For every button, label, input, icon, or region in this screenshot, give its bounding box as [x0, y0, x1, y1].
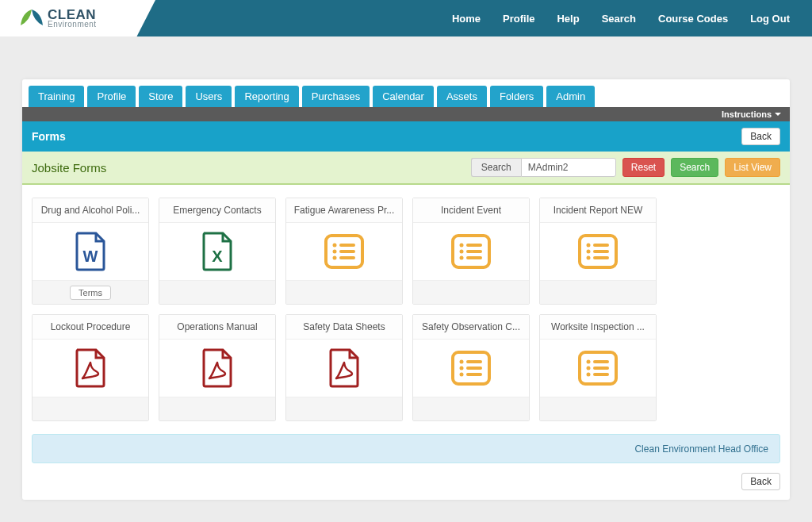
- form-card-footer: [33, 397, 148, 420]
- form-card-title: Operations Manual: [159, 315, 275, 340]
- form-card-footer: [286, 397, 402, 420]
- form-card[interactable]: Drug and Alcohol Poli... W Terms: [32, 198, 149, 305]
- list-file-icon: [413, 340, 529, 397]
- form-card-title: Incident Report NEW: [540, 198, 656, 223]
- nav-profile[interactable]: Profile: [503, 13, 534, 25]
- svg-point-19: [587, 250, 591, 254]
- tab-reporting[interactable]: Reporting: [235, 86, 298, 107]
- tab-calendar[interactable]: Calendar: [373, 86, 434, 107]
- form-card-footer: [413, 280, 529, 304]
- form-card-title: Lockout Procedure: [33, 315, 148, 340]
- svg-point-35: [587, 373, 591, 377]
- form-card-footer: [413, 397, 529, 420]
- svg-rect-27: [466, 367, 482, 370]
- list-file-icon: [540, 223, 656, 280]
- form-card-title: Drug and Alcohol Poli...: [33, 198, 148, 223]
- tab-users[interactable]: Users: [186, 86, 232, 107]
- pdf-file-icon: [159, 340, 275, 397]
- reset-button[interactable]: Reset: [622, 158, 665, 177]
- form-card-title: Incident Event: [413, 198, 529, 223]
- listview-button[interactable]: List View: [725, 158, 780, 177]
- section-title: Forms: [32, 130, 66, 143]
- nav-logout[interactable]: Log Out: [750, 13, 790, 25]
- instructions-toggle[interactable]: Instructions: [22, 107, 790, 121]
- cards-grid: Drug and Alcohol Poli... W TermsEmergenc…: [22, 185, 790, 424]
- search-label: Search: [471, 158, 521, 177]
- svg-point-21: [587, 256, 591, 260]
- svg-point-26: [460, 367, 464, 370]
- svg-rect-15: [466, 256, 482, 259]
- pdf-file-icon: [286, 340, 402, 397]
- svg-rect-34: [593, 367, 609, 370]
- svg-text:W: W: [83, 248, 98, 265]
- form-card-footer: [540, 280, 656, 304]
- search-group: Search: [471, 158, 616, 177]
- leaf-icon: [21, 10, 43, 27]
- tab-purchases[interactable]: Purchases: [302, 86, 370, 107]
- svg-rect-22: [593, 256, 609, 259]
- svg-point-10: [460, 244, 464, 248]
- tab-admin[interactable]: Admin: [546, 86, 595, 107]
- breadcrumb-link[interactable]: Clean Environment Head Office: [634, 443, 768, 455]
- svg-point-5: [333, 250, 337, 254]
- search-input[interactable]: [521, 158, 616, 177]
- instructions-label: Instructions: [722, 109, 772, 119]
- form-card-title: Safety Data Sheets: [286, 315, 402, 340]
- form-card[interactable]: Incident Report NEW: [539, 198, 657, 305]
- svg-rect-32: [593, 360, 609, 363]
- form-card[interactable]: Fatigue Awareness Pr...: [285, 198, 403, 305]
- nav-course-codes[interactable]: Course Codes: [658, 13, 728, 25]
- svg-text:X: X: [212, 248, 223, 265]
- filter-bar: Jobsite Forms Search Reset Search List V…: [22, 152, 790, 185]
- form-card-footer: [286, 280, 402, 304]
- tab-assets[interactable]: Assets: [437, 86, 487, 107]
- svg-point-3: [333, 244, 337, 248]
- form-card-title: Worksite Inspection ...: [540, 315, 656, 340]
- tab-store[interactable]: Store: [139, 86, 182, 107]
- search-button[interactable]: Search: [671, 158, 718, 177]
- form-card[interactable]: Safety Observation C...: [412, 314, 530, 421]
- back-button-top[interactable]: Back: [741, 128, 780, 145]
- form-card-title: Emergency Contacts: [159, 198, 275, 223]
- tab-folders[interactable]: Folders: [490, 86, 543, 107]
- form-card-footer: [159, 280, 275, 304]
- top-bar: CLEAN Environment Home Profile Help Sear…: [0, 0, 812, 36]
- svg-rect-8: [339, 256, 355, 259]
- logo-text: CLEAN Environment: [48, 8, 97, 29]
- form-card[interactable]: Lockout Procedure: [32, 314, 149, 421]
- form-card-footer: Terms: [33, 280, 148, 304]
- nav-home[interactable]: Home: [452, 13, 481, 25]
- nav-search[interactable]: Search: [602, 13, 636, 25]
- svg-rect-4: [339, 244, 355, 247]
- svg-point-17: [587, 244, 591, 248]
- breadcrumb: Clean Environment Head Office: [32, 434, 780, 463]
- module-tabs: Training Profile Store Users Reporting P…: [22, 79, 790, 107]
- form-card-title: Fatigue Awareness Pr...: [286, 198, 402, 223]
- form-card-title: Safety Observation C...: [413, 315, 529, 340]
- tab-training[interactable]: Training: [29, 86, 84, 107]
- form-card[interactable]: Safety Data Sheets: [285, 314, 403, 421]
- pdf-file-icon: [33, 340, 148, 397]
- form-card[interactable]: Operations Manual: [159, 314, 276, 421]
- main-panel: Training Profile Store Users Reporting P…: [22, 79, 790, 500]
- form-card[interactable]: Emergency Contacts X: [159, 198, 276, 305]
- svg-rect-13: [466, 250, 482, 253]
- back-button-bottom[interactable]: Back: [741, 473, 780, 490]
- list-file-icon: [413, 223, 529, 280]
- nav-help[interactable]: Help: [557, 13, 579, 25]
- list-file-icon: [286, 223, 402, 280]
- tab-profile[interactable]: Profile: [87, 86, 136, 107]
- form-card[interactable]: Worksite Inspection ...: [539, 314, 657, 421]
- svg-point-31: [587, 360, 591, 364]
- logo[interactable]: CLEAN Environment: [0, 0, 155, 36]
- svg-point-24: [460, 360, 464, 364]
- svg-rect-36: [593, 373, 609, 376]
- form-card-footer: [159, 397, 275, 420]
- svg-rect-20: [593, 250, 609, 253]
- terms-button[interactable]: Terms: [70, 286, 111, 300]
- folder-title: Jobsite Forms: [32, 161, 106, 175]
- form-card[interactable]: Incident Event: [412, 198, 530, 305]
- chevron-down-icon: [774, 110, 782, 118]
- svg-rect-25: [466, 360, 482, 363]
- word-file-icon: W: [33, 223, 148, 280]
